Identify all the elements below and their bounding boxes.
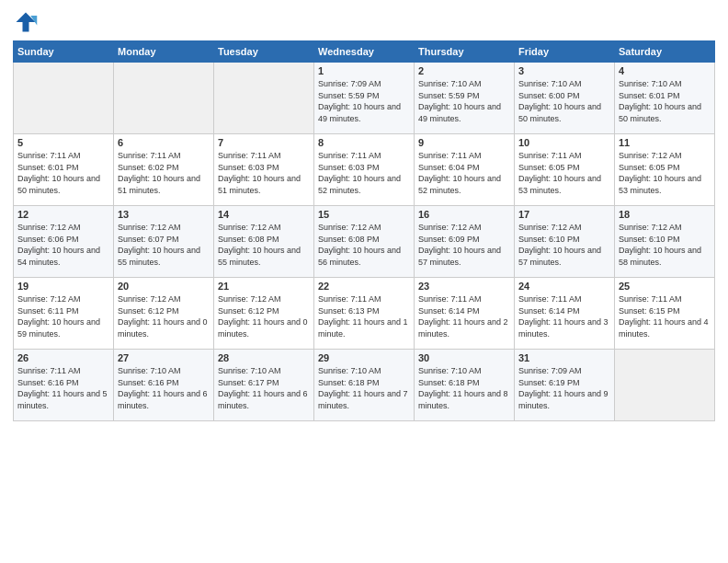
daylight-text: Daylight: 10 hours and 50 minutes.: [518, 101, 610, 124]
sunset-text: Sunset: 6:19 PM: [518, 377, 610, 389]
sunset-text: Sunset: 6:05 PM: [518, 162, 610, 174]
daylight-text: Daylight: 11 hours and 7 minutes.: [318, 388, 410, 411]
sunrise-text: Sunrise: 7:10 AM: [318, 365, 410, 377]
day-number: 25: [619, 281, 711, 292]
daylight-text: Daylight: 10 hours and 50 minutes.: [619, 101, 711, 124]
calendar-week-row: 1 Sunrise: 7:09 AM Sunset: 5:59 PM Dayli…: [14, 63, 715, 134]
day-info: Sunrise: 7:11 AM Sunset: 6:04 PM Dayligh…: [418, 150, 510, 196]
sunrise-text: Sunrise: 7:11 AM: [17, 150, 109, 162]
sunset-text: Sunset: 6:05 PM: [619, 162, 711, 174]
calendar-cell: 15 Sunrise: 7:12 AM Sunset: 6:08 PM Dayl…: [314, 206, 415, 278]
daylight-text: Daylight: 10 hours and 57 minutes.: [518, 245, 610, 268]
sunrise-text: Sunrise: 7:10 AM: [518, 78, 610, 90]
sunrise-text: Sunrise: 7:11 AM: [518, 293, 610, 305]
sunset-text: Sunset: 6:04 PM: [418, 162, 510, 174]
daylight-text: Daylight: 10 hours and 58 minutes.: [619, 245, 711, 268]
daylight-text: Daylight: 10 hours and 53 minutes.: [619, 173, 711, 196]
daylight-text: Daylight: 10 hours and 57 minutes.: [418, 245, 510, 268]
calendar-cell: 10 Sunrise: 7:11 AM Sunset: 6:05 PM Dayl…: [515, 134, 615, 206]
weekday-header: Monday: [114, 41, 214, 63]
calendar-cell: 22 Sunrise: 7:11 AM Sunset: 6:13 PM Dayl…: [314, 278, 415, 350]
calendar-week-row: 12 Sunrise: 7:12 AM Sunset: 6:06 PM Dayl…: [14, 206, 715, 278]
calendar-cell: 7 Sunrise: 7:11 AM Sunset: 6:03 PM Dayli…: [214, 134, 314, 206]
daylight-text: Daylight: 10 hours and 56 minutes.: [318, 245, 410, 268]
sunrise-text: Sunrise: 7:12 AM: [118, 222, 210, 234]
sunset-text: Sunset: 6:08 PM: [218, 234, 310, 246]
weekday-header-row: SundayMondayTuesdayWednesdayThursdayFrid…: [14, 41, 715, 63]
daylight-text: Daylight: 10 hours and 55 minutes.: [118, 245, 210, 268]
calendar-cell: 6 Sunrise: 7:11 AM Sunset: 6:02 PM Dayli…: [114, 134, 214, 206]
day-info: Sunrise: 7:12 AM Sunset: 6:12 PM Dayligh…: [118, 293, 210, 339]
day-info: Sunrise: 7:12 AM Sunset: 6:06 PM Dayligh…: [17, 222, 109, 268]
sunrise-text: Sunrise: 7:11 AM: [318, 293, 410, 305]
day-info: Sunrise: 7:11 AM Sunset: 6:03 PM Dayligh…: [318, 150, 410, 196]
sunset-text: Sunset: 6:18 PM: [418, 377, 510, 389]
day-number: 1: [318, 65, 410, 76]
day-number: 18: [619, 209, 711, 220]
day-number: 7: [218, 137, 310, 148]
sunrise-text: Sunrise: 7:10 AM: [418, 78, 510, 90]
day-info: Sunrise: 7:11 AM Sunset: 6:16 PM Dayligh…: [17, 365, 109, 411]
day-number: 9: [418, 137, 510, 148]
daylight-text: Daylight: 11 hours and 3 minutes.: [518, 316, 610, 339]
daylight-text: Daylight: 11 hours and 4 minutes.: [619, 316, 711, 339]
day-number: 15: [318, 209, 410, 220]
daylight-text: Daylight: 10 hours and 52 minutes.: [418, 173, 510, 196]
calendar-cell: 23 Sunrise: 7:11 AM Sunset: 6:14 PM Dayl…: [415, 278, 515, 350]
day-info: Sunrise: 7:12 AM Sunset: 6:10 PM Dayligh…: [518, 222, 610, 268]
daylight-text: Daylight: 11 hours and 6 minutes.: [218, 388, 310, 411]
day-info: Sunrise: 7:10 AM Sunset: 5:59 PM Dayligh…: [418, 78, 510, 124]
sunset-text: Sunset: 6:16 PM: [118, 377, 210, 389]
sunrise-text: Sunrise: 7:12 AM: [218, 222, 310, 234]
day-info: Sunrise: 7:12 AM Sunset: 6:08 PM Dayligh…: [318, 222, 410, 268]
day-info: Sunrise: 7:12 AM Sunset: 6:12 PM Dayligh…: [218, 293, 310, 339]
day-info: Sunrise: 7:11 AM Sunset: 6:01 PM Dayligh…: [17, 150, 109, 196]
day-number: 2: [418, 65, 510, 76]
daylight-text: Daylight: 10 hours and 53 minutes.: [518, 173, 610, 196]
weekday-header: Sunday: [14, 41, 114, 63]
calendar-cell: [114, 63, 214, 134]
calendar-week-row: 19 Sunrise: 7:12 AM Sunset: 6:11 PM Dayl…: [14, 278, 715, 350]
sunset-text: Sunset: 6:06 PM: [17, 234, 109, 246]
sunset-text: Sunset: 6:13 PM: [318, 305, 410, 317]
day-info: Sunrise: 7:10 AM Sunset: 6:16 PM Dayligh…: [118, 365, 210, 411]
calendar-cell: 1 Sunrise: 7:09 AM Sunset: 5:59 PM Dayli…: [314, 63, 415, 134]
day-info: Sunrise: 7:11 AM Sunset: 6:13 PM Dayligh…: [318, 293, 410, 339]
sunrise-text: Sunrise: 7:11 AM: [418, 150, 510, 162]
calendar-cell: 21 Sunrise: 7:12 AM Sunset: 6:12 PM Dayl…: [214, 278, 314, 350]
daylight-text: Daylight: 11 hours and 2 minutes.: [418, 316, 510, 339]
sunrise-text: Sunrise: 7:10 AM: [118, 365, 210, 377]
sunrise-text: Sunrise: 7:12 AM: [218, 293, 310, 305]
sunrise-text: Sunrise: 7:10 AM: [218, 365, 310, 377]
day-info: Sunrise: 7:09 AM Sunset: 5:59 PM Dayligh…: [318, 78, 410, 124]
sunrise-text: Sunrise: 7:12 AM: [619, 150, 711, 162]
sunrise-text: Sunrise: 7:11 AM: [619, 293, 711, 305]
sunrise-text: Sunrise: 7:10 AM: [418, 365, 510, 377]
daylight-text: Daylight: 11 hours and 9 minutes.: [518, 388, 610, 411]
sunrise-text: Sunrise: 7:12 AM: [518, 222, 610, 234]
calendar-cell: 18 Sunrise: 7:12 AM Sunset: 6:10 PM Dayl…: [615, 206, 715, 278]
weekday-header: Tuesday: [214, 41, 314, 63]
day-info: Sunrise: 7:09 AM Sunset: 6:19 PM Dayligh…: [518, 365, 610, 411]
calendar-cell: 17 Sunrise: 7:12 AM Sunset: 6:10 PM Dayl…: [515, 206, 615, 278]
day-number: 4: [619, 65, 711, 76]
daylight-text: Daylight: 11 hours and 0 minutes.: [118, 316, 210, 339]
daylight-text: Daylight: 11 hours and 0 minutes.: [218, 316, 310, 339]
sunset-text: Sunset: 6:12 PM: [218, 305, 310, 317]
sunset-text: Sunset: 6:16 PM: [17, 377, 109, 389]
header: [13, 9, 715, 35]
day-info: Sunrise: 7:10 AM Sunset: 6:17 PM Dayligh…: [218, 365, 310, 411]
sunrise-text: Sunrise: 7:10 AM: [619, 78, 711, 90]
daylight-text: Daylight: 11 hours and 5 minutes.: [17, 388, 109, 411]
day-number: 31: [518, 352, 610, 363]
day-info: Sunrise: 7:10 AM Sunset: 6:18 PM Dayligh…: [418, 365, 510, 411]
day-info: Sunrise: 7:10 AM Sunset: 6:00 PM Dayligh…: [518, 78, 610, 124]
sunrise-text: Sunrise: 7:09 AM: [318, 78, 410, 90]
sunrise-text: Sunrise: 7:11 AM: [318, 150, 410, 162]
calendar-cell: 28 Sunrise: 7:10 AM Sunset: 6:17 PM Dayl…: [214, 350, 314, 421]
calendar-cell: 14 Sunrise: 7:12 AM Sunset: 6:08 PM Dayl…: [214, 206, 314, 278]
sunrise-text: Sunrise: 7:12 AM: [619, 222, 711, 234]
day-number: 6: [118, 137, 210, 148]
sunset-text: Sunset: 6:02 PM: [118, 162, 210, 174]
logo-icon: [13, 9, 39, 35]
